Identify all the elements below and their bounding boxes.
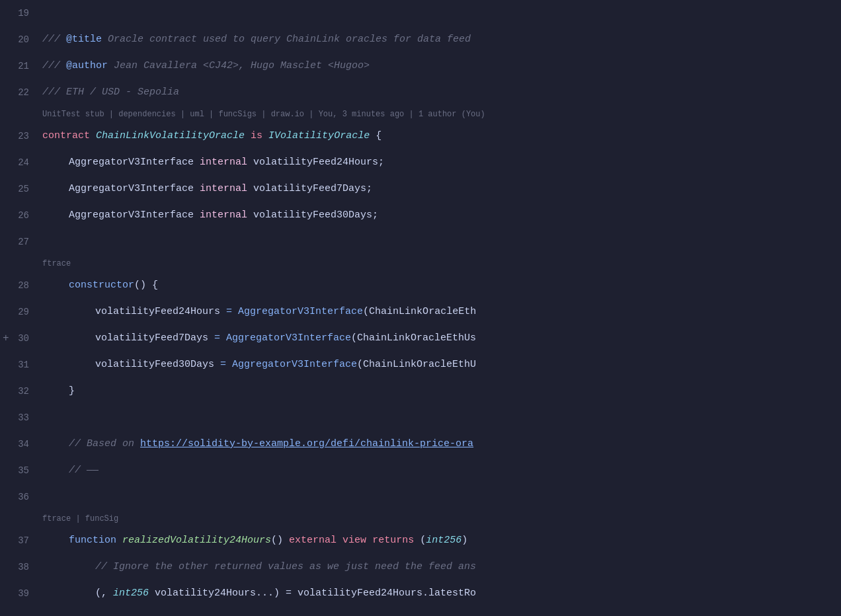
code-token[interactable]: https://solidity-by-example.org/defi/cha… [140,431,473,457]
code-token: // —— [69,457,99,484]
line-number: 29 [0,299,37,325]
code-token: } [69,378,75,404]
code-token: IVolatilityOracle [268,123,370,149]
code-token: (ChainLinkOracleEth [363,299,476,325]
line-number: 38 [0,554,37,580]
code-line: constructor() { [42,272,841,299]
code-token: contract [42,123,96,149]
code-token: returns [372,527,414,554]
code-token: AggregatorV3Interface [226,325,351,352]
code-token: () { [134,272,158,299]
code-token: view [342,527,366,554]
code-token: internal [200,202,247,229]
code-token [226,352,232,378]
code-line: // —— [42,457,841,484]
code-line: /// @author Jean Cavallera <CJ42>, Hugo … [42,53,841,79]
code-token [232,299,238,325]
code-token: @author [66,53,108,79]
code-token: volatilityFeed30Days; [247,202,378,229]
line-number: 37 [0,527,37,554]
code-token: ) [461,527,467,554]
line-number: 28 [0,272,37,299]
code-token: @title [66,26,102,53]
code-line: volatilityFeed7Days = AggregatorV3Interf… [42,325,841,352]
code-line: } [42,378,841,404]
code-line: // Based on https://solidity-by-example.… [42,431,841,457]
line-number: 39 [0,580,37,607]
line-number: 32 [0,378,37,404]
code-token: Jean Cavallera <CJ42>, Hugo Masclet <Hug… [108,53,370,79]
code-token: external [289,527,337,554]
line-number: 23 [0,123,37,149]
add-line-button[interactable]: + [3,325,9,352]
line-number: 24 [0,149,37,176]
code-token: () [271,527,289,554]
code-token: int256 [426,527,461,554]
code-token: ( [414,527,426,554]
code-token: is [251,123,262,149]
code-line: AggregatorV3Interface internal volatilit… [42,176,841,202]
code-line [42,0,841,26]
code-token: ChainLinkVolatilityOracle [96,123,245,149]
code-token: int256 [113,580,149,607]
line-number: 25 [0,176,37,202]
code-token: AggregatorV3Interface [238,299,363,325]
code-token [366,527,372,554]
code-line [42,404,841,431]
code-line: // Ignore the other returned values as w… [42,554,841,580]
code-line: function realizedVolatility24Hours() ext… [42,527,841,554]
line-number: 27 [0,229,37,255]
annotation-bar: ftrace [42,255,841,272]
code-lines: /// @title Oracle contract used to query… [37,0,841,616]
line-number: 21 [0,53,37,79]
code-token: realizedVolatility24Hours [122,527,271,554]
code-line: volatilityFeed24Hours = AggregatorV3Inte… [42,299,841,325]
code-token: /// [42,53,66,79]
code-token: = [226,299,232,325]
line-number: 35 [0,457,37,484]
code-token: volatilityFeed24Hours; [247,149,384,176]
line-number: +30 [0,325,37,352]
code-token: volatilityFeed30Days [95,352,220,378]
line-number: 36 [0,484,37,510]
line-number: 20 [0,26,37,53]
code-token: = [214,325,220,352]
code-token: = [220,352,226,378]
code-token: volatility24Hours...) = volatilityFeed24… [149,580,476,607]
code-token: // Ignore the other returned values as w… [95,554,476,580]
code-token: // Based on [69,431,140,457]
annotation-bar: UnitTest stub | dependencies | uml | fun… [42,106,841,123]
code-token: constructor [69,272,134,299]
code-line: /// @title Oracle contract used to query… [42,26,841,53]
code-line: AggregatorV3Interface internal volatilit… [42,202,841,229]
code-line: AggregatorV3Interface internal volatilit… [42,149,841,176]
code-content: 1920212223242526272829+30313233343536373… [0,0,841,616]
code-token [220,325,226,352]
line-number: 22 [0,79,37,106]
code-line [42,484,841,510]
code-token: (, [95,580,113,607]
line-numbers: 1920212223242526272829+30313233343536373… [0,0,37,616]
line-number: 31 [0,352,37,378]
code-line: /// ETH / USD - Sepolia [42,79,841,106]
code-token: AggregatorV3Interface [69,202,200,229]
code-token [245,123,251,149]
code-token: internal [200,176,247,202]
code-line [42,229,841,255]
code-token: AggregatorV3Interface [232,352,357,378]
code-line: (, int256 volatility24Hours...) = volati… [42,580,841,607]
code-token: Oracle contract used to query ChainLink … [102,26,471,53]
code-token: volatilityFeed7Days [95,325,214,352]
line-number: 34 [0,431,37,457]
code-editor: 1920212223242526272829+30313233343536373… [0,0,841,616]
code-token: /// ETH / USD - Sepolia [42,79,179,106]
code-token: volatilityFeed7Days; [247,176,372,202]
code-line: volatilityFeed30Days = AggregatorV3Inter… [42,352,841,378]
code-token [337,527,342,554]
code-token: AggregatorV3Interface [69,149,200,176]
line-number: 33 [0,404,37,431]
code-token: (ChainLinkOracleEthUs [351,325,476,352]
code-token [262,123,268,149]
code-token: (ChainLinkOracleEthU [357,352,476,378]
annotation-bar: ftrace | funcSig [42,510,841,527]
